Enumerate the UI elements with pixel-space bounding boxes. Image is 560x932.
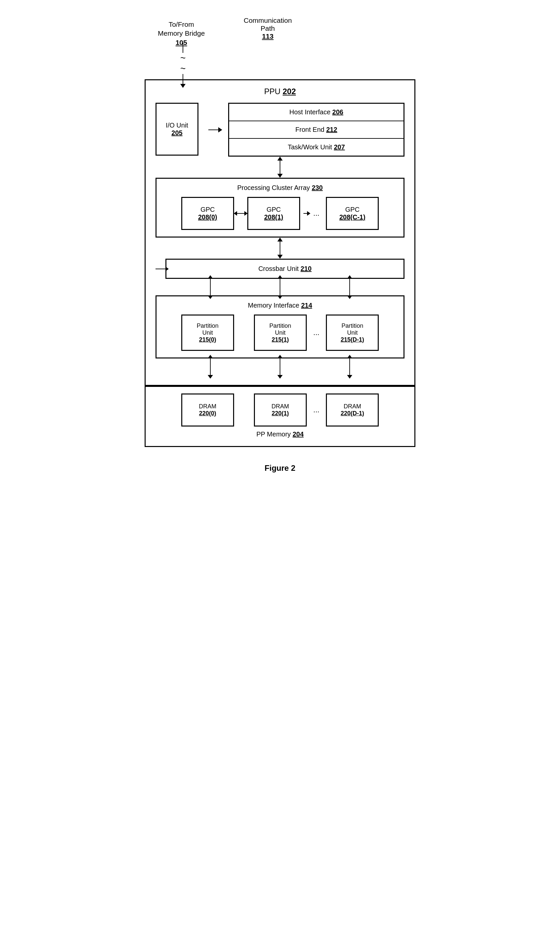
io-crossbar-line <box>155 269 165 269</box>
dram0-ref: 220(0) <box>199 410 216 417</box>
mem-bridge-line1: To/From <box>158 20 205 29</box>
io-to-host-arrow <box>208 129 218 130</box>
gpc0-label: GPC <box>200 206 215 213</box>
gpc0-box: GPC 208(0) <box>181 197 234 230</box>
gpc1-ref: 208(1) <box>264 213 283 221</box>
partition-dots: ... <box>313 328 319 337</box>
pu1-box: Partition Unit 215(1) <box>254 314 307 351</box>
dram2-ref: 220(D-1) <box>341 410 364 417</box>
crossbar-label: Crossbar Unit <box>258 265 298 272</box>
pu2-label: Partition Unit <box>342 322 363 336</box>
dram-row: DRAM 220(0) DRAM 220(1) ... DRAM 220(D-1… <box>155 393 405 427</box>
front-end-label: Front End <box>295 126 325 133</box>
ppu-label: PPU 202 <box>155 87 405 96</box>
dram1-label: DRAM <box>271 403 289 410</box>
pu0-ref: 215(0) <box>199 336 216 343</box>
gpc-dots: ... <box>313 209 319 218</box>
comm-path-ref: 113 <box>244 32 292 40</box>
dram2-label: DRAM <box>344 403 361 410</box>
pp-memory-text: PP Memory <box>256 430 291 438</box>
v-arrow-both-3 <box>349 279 350 295</box>
pca-text: Processing Cluster Array <box>237 184 310 191</box>
dram-arrow-col-3 <box>349 359 350 375</box>
gpc1-label: GPC <box>266 206 281 213</box>
gpc0-ref: 208(0) <box>198 213 217 221</box>
squiggle: ~ <box>180 54 186 63</box>
pp-memory-box: DRAM 220(0) DRAM 220(1) ... DRAM 220(D-1… <box>145 386 415 447</box>
arrow-both-1 <box>280 160 280 174</box>
task-work-label: Task/Work Unit <box>288 143 332 151</box>
front-end-row: Front End 212 <box>229 121 403 139</box>
squiggle2: ~ <box>180 64 186 73</box>
gpc1-box: GPC 208(1) <box>247 197 300 230</box>
dram-arrow-col-1 <box>210 359 211 375</box>
v-arrow-both-1 <box>210 279 211 295</box>
comm-path-area: Communication Path 113 <box>244 17 292 40</box>
pp-memory-label: PP Memory 204 <box>155 430 405 438</box>
arrow-line-top <box>183 43 183 53</box>
top-area: To/From Memory Bridge 105 ~ ~ Communicat… <box>145 13 415 79</box>
partition-row: Partition Unit 215(0) Partition Unit 215… <box>163 314 397 351</box>
pu1-ref: 215(1) <box>272 336 289 343</box>
io-unit-box: I/O Unit 205 <box>155 103 198 156</box>
ppu-ref: 202 <box>283 87 296 96</box>
gpc2-ref: 208(C-1) <box>340 213 366 221</box>
task-work-row: Task/Work Unit 207 <box>229 139 403 156</box>
pu1-label: Partition Unit <box>269 322 291 336</box>
pca-label: Processing Cluster Array 230 <box>163 184 397 192</box>
dram1-ref: 220(1) <box>272 410 289 417</box>
crossbar-to-mi-arrows <box>155 279 405 295</box>
dots-left-line <box>303 213 310 214</box>
arrow-both-2 <box>280 242 280 255</box>
task-work-ref: 207 <box>334 143 345 151</box>
pu2-box: Partition Unit 215(D-1) <box>326 314 379 351</box>
crossbar-box: Crossbar Unit 210 <box>165 259 405 279</box>
io-crossbar-arrow <box>165 267 169 271</box>
io-unit-ref: 205 <box>171 129 182 137</box>
io-host-row: I/O Unit 205 Host Interface 206 Front En… <box>155 103 405 157</box>
arrow-col-2 <box>280 279 280 295</box>
dram-dots: ... <box>313 406 319 414</box>
v-arrow-both-6 <box>349 359 350 375</box>
mem-interface-box: Memory Interface 214 Partition Unit 215(… <box>155 295 405 359</box>
dram2-box: DRAM 220(D-1) <box>326 393 379 427</box>
figure-caption: Figure 2 <box>265 464 295 473</box>
pca-box: Processing Cluster Array 230 GPC 208(0) … <box>155 178 405 237</box>
comm-path-line2: Path <box>244 25 292 32</box>
v-arrow-both-5 <box>280 359 280 375</box>
pu2-ref: 215(D-1) <box>341 336 364 343</box>
io-unit-label: I/O Unit <box>166 122 188 129</box>
pca-ref: 230 <box>312 184 323 191</box>
diagram-container: To/From Memory Bridge 105 ~ ~ Communicat… <box>131 13 429 473</box>
gpc-dots-area: ... <box>300 209 326 218</box>
pp-memory-ref: 204 <box>292 430 303 438</box>
arrow-col-3 <box>349 279 350 295</box>
host-stack-box: Host Interface 206 Front End 212 Task/Wo… <box>228 103 405 157</box>
dots-right-arrow <box>307 211 310 216</box>
crossbar-ref: 210 <box>300 265 311 272</box>
dram-arrow-col-2 <box>280 359 280 375</box>
center-arrow-2 <box>155 242 405 255</box>
mi-to-dram-arrows <box>155 359 405 375</box>
gpc2-box: GPC 208(C-1) <box>326 197 379 230</box>
gpc-arrow-h-1 <box>234 213 247 214</box>
dram-dots-area: ... <box>307 406 326 414</box>
dram0-box: DRAM 220(0) <box>181 393 234 427</box>
mem-interface-label: Memory Interface 214 <box>163 302 397 309</box>
partition-dots-area: ... <box>307 328 326 337</box>
v-arrow-both-2 <box>280 279 280 295</box>
host-interface-row: Host Interface 206 <box>229 104 403 121</box>
gpc2-label: GPC <box>345 206 360 213</box>
v-arrow-both-4 <box>210 359 211 375</box>
front-end-ref: 212 <box>326 126 337 133</box>
dram0-label: DRAM <box>199 403 216 410</box>
gpc-row: GPC 208(0) GPC 208(1) ... <box>163 197 397 230</box>
mem-interface-ref: 214 <box>301 302 312 309</box>
comm-path-line1: Communication <box>244 17 292 25</box>
dram1-box: DRAM 220(1) <box>254 393 307 427</box>
pu0-label: Partition Unit <box>197 322 218 336</box>
host-interface-label: Host Interface <box>289 108 331 116</box>
mem-bridge-line2: Memory Bridge <box>158 29 205 38</box>
pu0-box: Partition Unit 215(0) <box>181 314 234 351</box>
h-line-1 <box>234 213 247 214</box>
